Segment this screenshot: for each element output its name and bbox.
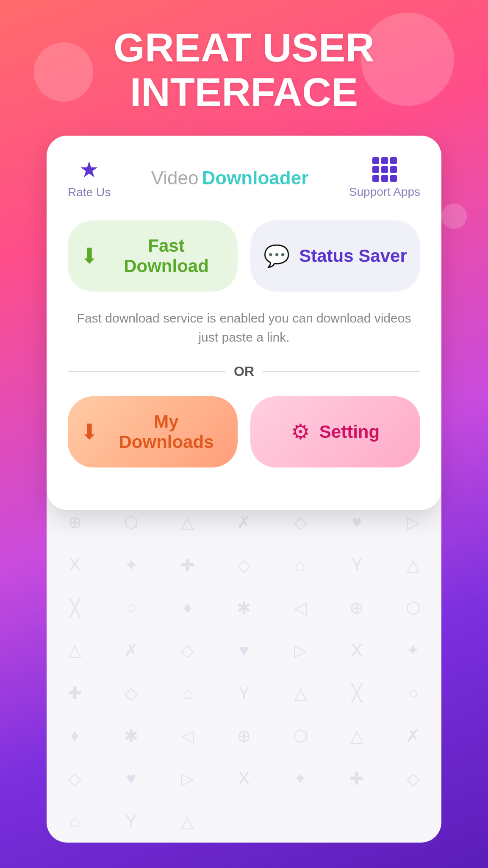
fast-download-label: Fast Download: [108, 236, 225, 276]
pattern-symbol: ◇: [216, 543, 272, 586]
bubble-decoration: [441, 203, 467, 229]
pattern-symbol: △: [329, 715, 385, 757]
pattern-symbol: ⊕: [216, 715, 272, 757]
pattern-symbol: ✚: [47, 672, 103, 715]
pattern-symbol: ✱: [103, 715, 159, 757]
pattern-symbol: ♥: [103, 757, 159, 800]
pattern-symbol: ⬡: [385, 586, 441, 629]
pattern-symbol: ✱: [216, 586, 272, 629]
pattern-symbol: ✦: [103, 543, 159, 586]
downloads-icon: ⬇: [80, 420, 98, 444]
pattern-symbol: ▷: [159, 757, 216, 800]
pattern-symbol: ╳: [329, 672, 385, 715]
pattern-symbol: ○: [103, 586, 159, 629]
pattern-symbol: ✦: [385, 629, 441, 672]
pattern-symbol: Y: [216, 672, 272, 715]
grid-icon: [372, 157, 397, 182]
main-card: ★ Rate Us Video Downloader Support Apps …: [47, 136, 441, 510]
pattern-symbol: △: [159, 800, 216, 843]
rate-us-label: Rate Us: [68, 186, 111, 199]
pattern-symbol: ♦: [47, 715, 103, 757]
star-icon: ★: [79, 157, 99, 182]
rate-us-section[interactable]: ★ Rate Us: [68, 157, 111, 199]
title-downloader: Downloader: [202, 167, 308, 189]
pattern-symbol: ⌂: [159, 672, 216, 715]
pattern-symbol: ◁: [272, 586, 329, 629]
status-saver-label: Status Saver: [299, 246, 407, 266]
pattern-symbol: ◇: [159, 629, 216, 672]
status-saver-button[interactable]: 💬 Status Saver: [250, 220, 420, 292]
pattern-symbol: ✗: [385, 715, 441, 757]
pattern-symbol: ⬡: [272, 715, 329, 757]
top-button-row: ⬇ Fast Download 💬 Status Saver: [68, 220, 420, 292]
pattern-symbol: △: [272, 672, 329, 715]
bottom-button-row: ⬇ My Downloads ⚙ Setting: [68, 396, 420, 467]
gear-icon: ⚙: [291, 420, 310, 444]
pattern-symbol: ✗: [103, 629, 159, 672]
pattern-symbol: ▷: [272, 629, 329, 672]
card-header: ★ Rate Us Video Downloader Support Apps: [68, 157, 420, 199]
description-text: Fast download service is enabled you can…: [68, 309, 420, 347]
pattern-symbol: X: [47, 543, 103, 586]
pattern-symbol: ✚: [329, 757, 385, 800]
pattern-symbol: ╳: [47, 586, 103, 629]
pattern-symbol: ♥: [216, 629, 272, 672]
my-downloads-label: My Downloads: [108, 412, 225, 452]
pattern-symbol: Y: [103, 800, 159, 843]
pattern-symbol: Y: [329, 543, 385, 586]
or-text: OR: [234, 364, 254, 379]
pattern-symbol: X: [329, 629, 385, 672]
my-downloads-button[interactable]: ⬇ My Downloads: [68, 396, 238, 467]
download-icon: ⬇: [80, 244, 98, 268]
pattern-symbol: ♦: [159, 586, 216, 629]
divider-line-left: [68, 371, 225, 372]
pattern-symbol: ⌂: [47, 800, 103, 843]
support-apps-section[interactable]: Support Apps: [349, 157, 420, 199]
support-apps-label: Support Apps: [349, 185, 420, 199]
pattern-symbol: ⌂: [272, 543, 329, 586]
pattern-symbol: ✚: [159, 543, 216, 586]
setting-button[interactable]: ⚙ Setting: [250, 396, 420, 467]
or-divider: OR: [68, 364, 420, 379]
hero-title: GREAT USER INTERFACE: [0, 25, 488, 114]
pattern-symbol: ○: [385, 672, 441, 715]
pattern-symbol: ⊕: [329, 586, 385, 629]
pattern-symbol: ◇: [385, 757, 441, 800]
pattern-symbol: ◇: [47, 757, 103, 800]
pattern-symbol: ◇: [103, 672, 159, 715]
pattern-symbol: △: [385, 543, 441, 586]
app-title: Video Downloader: [151, 167, 309, 189]
divider-line-right: [263, 371, 420, 372]
pattern-symbol: ◁: [159, 715, 216, 757]
title-video: Video: [151, 167, 199, 189]
pattern-symbol: △: [47, 629, 103, 672]
pattern-symbol: ✦: [272, 757, 329, 800]
setting-label: Setting: [319, 422, 380, 442]
fast-download-button[interactable]: ⬇ Fast Download: [68, 220, 238, 292]
pattern-symbol: X: [216, 757, 272, 800]
chat-icon: 💬: [263, 244, 290, 268]
